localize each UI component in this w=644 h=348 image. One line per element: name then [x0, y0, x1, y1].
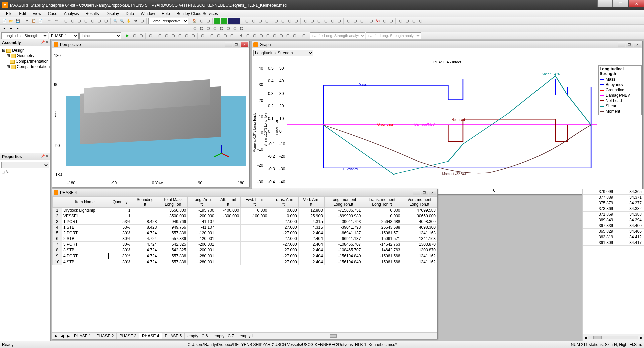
tool-icon[interactable]: ▢ — [147, 33, 153, 39]
table-cell[interactable]: -156194.840 — [324, 253, 362, 259]
column-header[interactable]: Item Name — [62, 197, 108, 208]
table-row[interactable]: 104 STB30%4.724557.836-280.00127.0002.40… — [53, 259, 437, 265]
table-cell[interactable]: 34.412 — [615, 234, 644, 240]
sheet-tab[interactable]: PHASE 3 — [117, 333, 139, 339]
tool-icon[interactable]: ▢ — [336, 18, 342, 24]
table-cell[interactable]: 1303.870 — [402, 242, 437, 247]
tool-icon[interactable] — [221, 18, 227, 24]
table-cell[interactable]: 1341.162 — [402, 253, 437, 259]
tool-icon[interactable]: ▢ — [329, 18, 335, 24]
table-cell[interactable]: 2.404 — [298, 259, 324, 265]
table-cell[interactable]: -25643.688 — [362, 219, 402, 225]
table-cell[interactable]: 30% — [108, 236, 132, 242]
column-header[interactable]: Long. Armft — [188, 197, 216, 208]
table-row[interactable]: 363.81934.412 — [583, 234, 644, 240]
table-cell[interactable]: 30% — [108, 259, 132, 265]
tool-icon[interactable]: ▢ — [138, 33, 144, 39]
right-data-table[interactable]: 379.09934.365377.88934.371375.87934.3773… — [583, 189, 644, 246]
tool-icon[interactable]: ▢ — [63, 18, 69, 24]
table-cell[interactable]: 34.400 — [615, 223, 644, 229]
tool-icon[interactable]: ▢ — [229, 33, 235, 39]
table-cell[interactable]: 1341.163 — [402, 236, 437, 242]
tool-icon[interactable]: ▢ — [198, 18, 204, 24]
tool-icon[interactable]: ● — [1, 25, 7, 31]
table-cell[interactable] — [132, 213, 158, 219]
pan-icon[interactable]: ✋ — [126, 18, 132, 24]
tool-icon[interactable]: ▢ — [83, 18, 89, 24]
menu-case[interactable]: Case — [45, 10, 61, 17]
assembly-tree[interactable]: ⊟ Design ⊞ Geometry Compartmentation ⊞ C… — [0, 46, 50, 153]
horizontal-scrollbar[interactable] — [330, 334, 337, 338]
table-row[interactable]: 377.88934.371 — [583, 195, 644, 200]
table-row[interactable]: 62 STB30%4.724557.836-120.00127.0002.404… — [53, 236, 437, 242]
table-row[interactable]: 52 PORT30%4.724557.836-120.001-27.0002.4… — [53, 230, 437, 236]
tool-icon[interactable] — [214, 18, 220, 24]
table-cell[interactable]: 1303.870 — [402, 247, 437, 253]
tool-icon[interactable]: ▢ — [258, 33, 264, 39]
table-cell[interactable]: 365.829 — [583, 229, 615, 234]
table-cell[interactable]: 4.724 — [132, 230, 158, 236]
3d-scene[interactable] — [66, 52, 246, 179]
table-cell[interactable]: 27.000 — [269, 236, 298, 242]
row-number[interactable]: 10 — [53, 259, 62, 265]
table-cell[interactable]: 14642.763 — [362, 247, 402, 253]
chart-area[interactable]: PHASE 4 - Intact Moment x10^3 Long Ton.f… — [252, 59, 642, 194]
tool-icon[interactable]: ▢ — [163, 33, 169, 39]
table-cell[interactable] — [216, 247, 241, 253]
table-cell[interactable]: 0.000 — [269, 213, 298, 219]
table-cell[interactable]: 4.724 — [132, 253, 158, 259]
tool-icon[interactable]: ▢ — [89, 18, 95, 24]
info-select-2[interactable]: n/a for Long. Strength analysis — [366, 32, 421, 39]
table-cell[interactable]: 2.404 — [298, 247, 324, 253]
cell-item-name[interactable]: VESSEL — [62, 213, 108, 219]
tool-icon[interactable]: ▢ — [183, 33, 189, 39]
table-row[interactable]: 379.09934.365 — [583, 189, 644, 195]
perspective-titlebar[interactable]: Perspective — ❐ ✕ — [52, 41, 249, 48]
row-number[interactable]: 4 — [53, 225, 62, 230]
table-cell[interactable] — [216, 259, 241, 265]
tool-icon[interactable]: ▢ — [199, 33, 205, 39]
table-cell[interactable] — [241, 219, 269, 225]
column-header[interactable]: Vert. Armft — [298, 197, 324, 208]
table-cell[interactable]: 4098.300 — [402, 219, 437, 225]
table-cell[interactable]: 34.377 — [615, 200, 644, 206]
tool-icon[interactable]: ▢ — [286, 18, 292, 24]
table-cell[interactable]: 53% — [108, 219, 132, 225]
panel-pin-icon[interactable]: 📌 ✕ — [41, 40, 48, 45]
table-row[interactable]: 365.82934.406 — [583, 229, 644, 234]
table-cell[interactable]: 557.836 — [158, 259, 188, 265]
tool-icon[interactable]: ▢ — [232, 25, 238, 31]
table-cell[interactable]: 373.869 — [583, 206, 615, 212]
table-cell[interactable]: -27.000 — [269, 219, 298, 225]
table-cell[interactable]: 369.849 — [583, 217, 615, 223]
sheet-tab[interactable]: empty LC 7 — [211, 333, 237, 339]
tree-node-geometry[interactable]: ⊞ Geometry — [1, 53, 49, 59]
tool-icon[interactable]: ▢ — [293, 18, 299, 24]
tool-icon[interactable] — [228, 18, 234, 24]
tool-icon[interactable]: ▢ — [257, 18, 263, 24]
table-row[interactable]: 73 PORT30%4.724542.325-200.001-27.0002.4… — [53, 242, 437, 247]
tool-icon[interactable]: ▢ — [215, 33, 221, 39]
zoom-icon[interactable]: 🔍 — [112, 18, 118, 24]
table-cell[interactable]: -120.001 — [188, 230, 216, 236]
perspective-viewport[interactable]: 180900 Pitch-90-180 -180-900 Yaw90180 — [52, 48, 249, 187]
tool-icon[interactable]: ▢ — [397, 18, 403, 24]
table-cell[interactable]: -120.001 — [188, 236, 216, 242]
sheet-tab[interactable]: empty L — [237, 333, 257, 339]
table-row[interactable]: 375.87934.377 — [583, 200, 644, 206]
table-cell[interactable]: 367.839 — [583, 223, 615, 229]
table-cell[interactable]: -27.000 — [269, 253, 298, 259]
close-icon[interactable]: ✕ — [429, 190, 436, 195]
row-number[interactable]: 2 — [53, 213, 62, 219]
maximize-icon[interactable]: ❐ — [626, 42, 633, 47]
tool-icon[interactable]: ▢ — [271, 33, 277, 39]
tool-icon[interactable]: ▢ — [177, 33, 183, 39]
column-header[interactable]: Vert. momentLong Ton.ft — [402, 197, 437, 208]
tool-icon[interactable]: ▢ — [76, 18, 82, 24]
table-cell[interactable]: 34.394 — [615, 217, 644, 223]
print-icon[interactable]: 🖨 — [238, 33, 244, 39]
table-row[interactable]: 1Drydock Lightship13656.800-195.700-400.… — [53, 208, 437, 213]
table-cell[interactable]: 2.404 — [298, 236, 324, 242]
properties-sort-icon[interactable]: ⬚ A↓ — [1, 170, 49, 174]
view-select[interactable]: Home Perspective — [148, 18, 188, 24]
